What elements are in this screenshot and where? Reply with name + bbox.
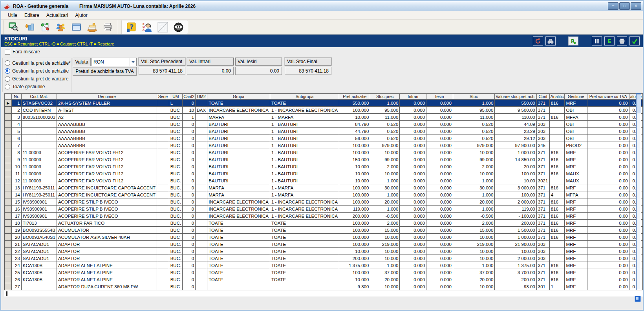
table-row[interactable]: 4AAAAABBBBBUC0BAUTURI1 - BAUTURI84.7900.… <box>5 121 643 128</box>
table-row[interactable]: 15IV93900901ACOPERIRE STILP B IVECOBUC.0… <box>5 198 643 206</box>
chart-button-icon[interactable] <box>23 21 35 33</box>
table-row[interactable]: 22SATACADU1ADAPTORBUC.0TOATETOATE10.0001… <box>5 248 643 255</box>
row-selector[interactable] <box>5 255 12 262</box>
radio-circle[interactable] <box>5 84 10 89</box>
table-row[interactable]: 6AAAAABBBBBUC0BAUTURI1 - BAUTURI56.0000.… <box>5 135 643 142</box>
column-header-subgrupa[interactable]: Subgrupa <box>270 94 339 100</box>
row-selector[interactable] <box>5 220 12 227</box>
table-row[interactable]: 23SATACADU1ADAPTORBUC.0TOATETOATE200.000… <box>5 255 643 262</box>
menu-item-editare[interactable]: Editare <box>21 12 43 19</box>
reset-button[interactable] <box>533 36 543 45</box>
row-selector[interactable]: ► <box>5 100 12 107</box>
column-header-cod-mat[interactable]: Cod. Mat. <box>21 94 57 100</box>
search-binoculars-button[interactable] <box>545 36 556 45</box>
row-selector[interactable] <box>5 149 12 156</box>
row-selector[interactable] <box>5 142 12 149</box>
radio-toate-gestiunile[interactable]: Toate gestiunile <box>3 83 71 91</box>
fara-miscare-checkbox[interactable] <box>5 49 10 55</box>
table-row[interactable]: 26KCA130BADAPTOR AI-NET ALPINEBUC.0TOATE… <box>5 276 643 283</box>
run-report-r-button[interactable]: R <box>568 36 578 45</box>
radio-gestiuni-la-pret-de-vanzare[interactable]: Gestiuni la pret de vanzare <box>3 75 71 83</box>
print-button-icon[interactable] <box>101 21 114 33</box>
row-selector[interactable] <box>5 114 12 121</box>
row-selector[interactable] <box>5 184 12 191</box>
radio-circle[interactable] <box>5 60 10 66</box>
row-selector[interactable] <box>5 213 12 220</box>
row-selector[interactable] <box>5 170 12 177</box>
table-row[interactable]: 19BO0093S5554BACUMULATORBUC0TOATETOATE10… <box>5 227 643 234</box>
table-row[interactable]: 25KCA130BADAPTOR AI-NET ALPINEBUC.0TOATE… <box>5 269 643 276</box>
table-row[interactable]: 2COD INTERNA-TESTBUC10BAXINCARCARE ELECT… <box>5 107 643 114</box>
column-header-grupa[interactable]: Grupa <box>207 94 270 100</box>
table-row[interactable]: 17IV93900901ACOPERIRE STILP B IVECOBUC.0… <box>5 213 643 220</box>
horizontal-scrollbar-thumb[interactable] <box>6 291 7 296</box>
row-selector[interactable] <box>5 234 12 241</box>
print-grid-button[interactable] <box>617 36 627 45</box>
table-row[interactable]: 1011.00003ACOPERIRE FAR VOLVO FH12BUC.0B… <box>5 163 643 170</box>
table-row[interactable]: 21SATACADU1ADAPTORBUC.0TOATETOATE100.000… <box>5 241 643 248</box>
column-header-denumire[interactable]: Denumire <box>57 94 157 100</box>
robot-assistant-button-icon[interactable] <box>172 21 185 33</box>
radio-circle[interactable] <box>5 76 10 82</box>
column-header-stoc[interactable]: Stoc <box>453 94 495 100</box>
column-header-analitic[interactable]: Analitic <box>549 94 565 100</box>
roa-assistance-button-icon[interactable]: ROA <box>141 21 153 33</box>
close-button[interactable]: × <box>631 2 641 10</box>
column-header-pret-vanzare-cu-tva[interactable]: Pret vanzare cu TVA <box>587 94 629 100</box>
row-selector[interactable] <box>5 269 12 276</box>
row-selector[interactable] <box>5 107 12 114</box>
column-header-nr[interactable]: Nr. <box>12 94 21 100</box>
menu-item-ajutor[interactable]: Ajutor <box>71 12 91 19</box>
valuta-select[interactable]: RON <box>91 58 137 66</box>
horizontal-scrollbar[interactable] <box>4 291 643 296</box>
column-header-stoc-prec[interactable]: Stoc prec <box>370 94 400 100</box>
table-row[interactable]: 5AAAAABBBBBUC0BAUTURI1 - BAUTURI44.7900.… <box>5 128 643 135</box>
column-header-valoare-stoc-pret-ach[interactable]: Valoare stoc pret ach. <box>495 94 536 100</box>
pause-button[interactable] <box>592 36 602 45</box>
row-selector[interactable] <box>5 241 12 248</box>
row-selector[interactable] <box>5 283 12 290</box>
row-selector[interactable] <box>5 191 12 198</box>
help-button-icon[interactable]: ? <box>125 21 137 33</box>
table-row[interactable]: 811.00003ACOPERIRE FAR VOLVO FH12BUC.0BA… <box>5 149 643 156</box>
row-selector[interactable] <box>5 177 12 184</box>
column-header-cant2[interactable]: Cant2 <box>183 94 196 100</box>
row-selector[interactable] <box>5 227 12 234</box>
grid-corner-icon[interactable] <box>635 296 641 302</box>
table-row[interactable]: 13HY81193-25011ACOPERIRE INCUIETOARE CAP… <box>5 184 643 191</box>
row-selector[interactable] <box>5 198 12 206</box>
chevron-down-icon[interactable] <box>130 58 136 66</box>
row-selector[interactable] <box>5 276 12 283</box>
column-header-um2[interactable]: UM2 <box>196 94 207 100</box>
column-header-serie[interactable]: Serie <box>157 94 169 100</box>
table-row[interactable]: 7AAAAABBBBBUC0BAUTURI1 - BAUTURI100.0009… <box>5 142 643 149</box>
row-selector[interactable] <box>5 121 12 128</box>
menu-item-actualizari[interactable]: Actualizari <box>43 12 71 19</box>
maximize-button[interactable]: □ <box>619 2 630 10</box>
confirm-button[interactable] <box>629 36 640 45</box>
partners-button-icon[interactable] <box>54 21 67 33</box>
window-button-icon[interactable] <box>70 21 82 33</box>
row-selector[interactable] <box>5 135 12 142</box>
table-row[interactable]: 911.00003ACOPERIRE FAR VOLVO FH12BUC.0BA… <box>5 156 643 163</box>
stock-search-button-icon[interactable] <box>7 21 20 33</box>
radio-gestiuni-la-pret-de-achizitie[interactable]: Gestiuni la pret de achizitie* <box>3 59 71 67</box>
row-selector[interactable] <box>5 262 12 269</box>
table-row[interactable]: 18TI7813ACTUATOR FAR TICOBUC.0TOATETOATE… <box>5 220 643 227</box>
column-header-cont[interactable]: Cont <box>536 94 549 100</box>
row-selector[interactable] <box>5 248 12 255</box>
menu-item-utile[interactable]: Utile <box>4 12 21 19</box>
table-row[interactable]: ►1STXGFVOC022K-HS-SYSTEM FULLERL0TOATETO… <box>5 100 643 107</box>
table-row[interactable]: 14HY81193-25011ACOPERIRE INCUIETOARE CAP… <box>5 191 643 198</box>
column-header-iesiri[interactable]: Iesiri <box>426 94 453 100</box>
row-selector[interactable] <box>5 206 12 213</box>
export-excel-button[interactable]: E <box>604 36 615 45</box>
table-row[interactable]: 1211.00003ACOPERIRE FAR VOLVO FH12BUC.0B… <box>5 177 643 184</box>
table-row[interactable]: 38003510000203A2BUC1MARFA1 - MARFA10.000… <box>5 114 643 121</box>
minimize-button[interactable]: – <box>608 2 618 10</box>
table-row[interactable]: 1111.00003ACOPERIRE FAR VOLVO FH12BUC.0B… <box>5 170 643 177</box>
column-header-gestiune[interactable]: Gestiune <box>565 94 587 100</box>
row-selector[interactable] <box>5 128 12 135</box>
column-header-pret-achizitie[interactable]: Pret achizitie <box>339 94 370 100</box>
table-row[interactable]: 27ADAPTOR DUZA CURENT 360 M8 PWBUC09.300… <box>5 283 643 290</box>
